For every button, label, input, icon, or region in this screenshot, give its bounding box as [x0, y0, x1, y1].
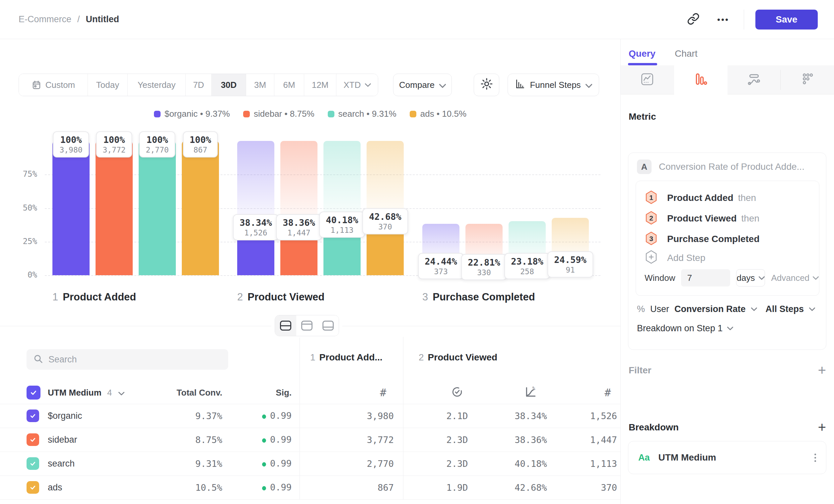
funnel-bar-remainder[interactable] [367, 141, 404, 218]
tab-query[interactable]: Query [629, 48, 656, 59]
table-group-step2[interactable]: 2 Product Viewed [419, 352, 497, 363]
breadcrumb-project[interactable]: E-Commerce [19, 14, 71, 25]
compare-button[interactable]: Compare [393, 74, 452, 96]
step-label-3[interactable]: 3Purchase Completed [422, 291, 535, 303]
step-label-2[interactable]: 2Product Viewed [237, 291, 325, 303]
breadcrumb-report-title[interactable]: Untitled [86, 14, 119, 25]
funnel-bar-sidebar-step1[interactable] [95, 141, 133, 275]
add-breakdown-button[interactable]: + [818, 420, 826, 434]
range-today[interactable]: Today [88, 74, 128, 96]
bar-value-label: 42.68%370 [362, 208, 408, 234]
advanced-toggle[interactable]: Advanced [771, 273, 819, 283]
legend-item-organic[interactable]: $organic • 9.37% [154, 109, 230, 119]
chart-settings-button[interactable] [474, 74, 499, 96]
panel-bottom-icon [323, 321, 334, 330]
chart-type-funnel-tab[interactable] [674, 65, 727, 94]
breakdown-property-card[interactable]: Aa UTM Medium [628, 441, 826, 474]
calendar-icon [31, 80, 42, 90]
row-name: search [48, 459, 75, 469]
count-column-icon[interactable]: # [605, 386, 611, 399]
breakdown-on-step-select[interactable]: Breakdown on Step 1 [637, 323, 733, 334]
count-column-icon[interactable]: # [380, 386, 386, 399]
step-label-1[interactable]: 1Product Added [52, 291, 136, 303]
query-step-1[interactable]: 1 Product Added then [644, 188, 810, 208]
row-checkbox[interactable] [26, 457, 39, 470]
measure-type-icon[interactable]: % [637, 304, 645, 314]
row-checkbox[interactable] [26, 481, 39, 494]
conversion-column-icon[interactable]: % [525, 386, 537, 399]
breakdown-column-header[interactable]: UTM Medium 4 [48, 388, 125, 398]
range-yesterday[interactable]: Yesterday [128, 74, 186, 96]
tab-chart[interactable]: Chart [675, 48, 697, 59]
add-step-button[interactable]: Add Step [644, 249, 810, 267]
row-checkbox[interactable] [26, 433, 39, 446]
range-xtd[interactable]: XTD [336, 74, 378, 96]
range-3m[interactable]: 3M [246, 74, 275, 96]
search-input[interactable] [48, 354, 222, 365]
measure-user[interactable]: User [650, 304, 669, 314]
funnel-bar-remainder[interactable] [280, 141, 317, 224]
table-row-ads[interactable]: ads 10.5% 0.99 867 1.9D 42.68% 370 [0, 476, 620, 499]
table-row-organic[interactable]: $organic 9.37% 0.99 3,980 2.1D 38.34% 1,… [0, 404, 620, 428]
funnel-bar-remainder[interactable] [324, 141, 360, 221]
kebab-menu-icon[interactable] [814, 454, 816, 462]
funnel-bar-remainder[interactable] [237, 141, 275, 224]
avg-time-column-icon[interactable] [451, 386, 463, 399]
bar-value-label: 100%867 [183, 131, 218, 158]
row-step2-count: 370 [601, 482, 617, 493]
range-7d[interactable]: 7D [186, 74, 212, 96]
row-step1-count: 3,980 [367, 411, 394, 421]
y-axis-tick: 0% [14, 270, 37, 279]
funnel-bar-organic-step1[interactable] [52, 141, 90, 275]
save-button[interactable]: Save [755, 9, 818, 29]
select-all-checkbox[interactable] [26, 386, 41, 399]
add-filter-button[interactable]: + [818, 363, 826, 377]
gridline [45, 175, 600, 175]
layout-chart-only-button[interactable] [296, 315, 317, 336]
measure-metric[interactable]: Conversion Rate [675, 304, 746, 314]
metric-title[interactable]: Conversion Rate of Product Adde... [659, 161, 805, 172]
chart-type-line-tab[interactable] [621, 65, 674, 94]
query-step-3[interactable]: 3 Purchase Completed [644, 229, 810, 249]
funnel-bar-search-step1[interactable] [139, 141, 176, 275]
legend-item-search[interactable]: search • 9.31% [328, 109, 396, 119]
metric-heading: Metric [629, 111, 656, 122]
share-link-button[interactable] [684, 10, 703, 29]
table-row-search[interactable]: search 9.31% 0.99 2,770 2.3D 40.18% 1,11… [0, 452, 620, 476]
layout-split-button[interactable] [275, 315, 296, 336]
row-step2-count: 1,113 [590, 459, 617, 469]
range-12m[interactable]: 12M [304, 74, 336, 96]
legend-item-sidebar[interactable]: sidebar • 8.75% [243, 109, 314, 119]
filter-section: Filter + [629, 363, 826, 377]
table-group-step1[interactable]: 1 Product Add... [310, 352, 382, 363]
row-checkbox[interactable] [26, 410, 39, 422]
range-6m[interactable]: 6M [275, 74, 304, 96]
active-tab-indicator [628, 63, 657, 65]
row-conversion: 38.36% [514, 435, 547, 445]
measure-scope[interactable]: All Steps [766, 304, 804, 314]
sig-header[interactable]: Sig. [276, 388, 292, 398]
more-options-button[interactable]: ••• [714, 10, 732, 29]
compare-label: Compare [399, 80, 435, 90]
row-step2-count: 1,447 [590, 435, 617, 445]
legend-swatch [328, 111, 334, 117]
range-30d[interactable]: 30D [212, 74, 246, 96]
chart-type-breakdown-tab[interactable] [781, 65, 834, 94]
funnel-bar-ads-step1[interactable] [182, 141, 219, 275]
chevron-down-icon [439, 80, 446, 90]
layout-table-only-button[interactable] [317, 315, 339, 336]
funnel-steps-card: 1 Product Added then 2 Product Viewed th… [636, 181, 819, 296]
total-conv-header[interactable]: Total Conv. [176, 388, 222, 398]
range-custom[interactable]: Custom [19, 74, 88, 96]
chart-type-flow-tab[interactable] [727, 65, 781, 94]
row-conversion: 42.68% [514, 482, 547, 493]
chart-type-selector[interactable]: Funnel Steps [508, 74, 599, 96]
window-unit-select[interactable]: days [736, 269, 765, 287]
table-row-sidebar[interactable]: sidebar 8.75% 0.99 3,772 2.3D 38.36% 1,4… [0, 428, 620, 452]
legend-item-ads[interactable]: ads • 10.5% [410, 109, 466, 119]
bar-value-label: 38.34%1,526 [233, 214, 279, 240]
query-step-2[interactable]: 2 Product Viewed then [644, 208, 810, 229]
window-value-input[interactable] [681, 269, 730, 287]
bar-value-label: 100%3,980 [53, 131, 89, 158]
step-number-hexagon: 1 [644, 190, 658, 206]
